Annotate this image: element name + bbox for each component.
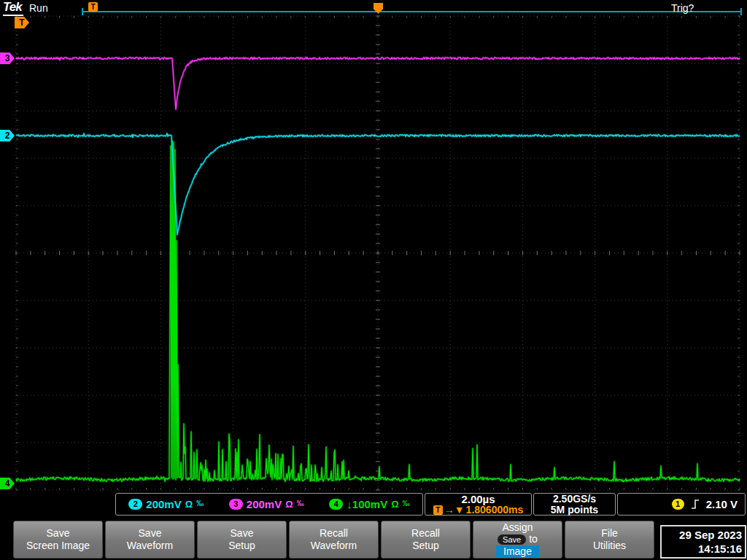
channel2-impedance: Ω — [185, 499, 193, 510]
waveform-display — [0, 0, 747, 560]
delay-arrow-icon: →▼ — [444, 505, 465, 516]
button-label: Setup — [228, 540, 255, 552]
trigger-level-value: 2.10 V — [706, 498, 738, 510]
button-label: Save — [231, 527, 254, 540]
button-label: File — [601, 527, 618, 540]
time-label: 14:15:16 — [698, 542, 742, 556]
button-label: Assign — [502, 521, 533, 534]
acquisition-status: Run — [29, 2, 48, 14]
channel3-scale: 200mV — [247, 498, 282, 510]
record-trigger-flag-icon: T — [88, 2, 98, 12]
timebase-scale: 2.00µs — [461, 494, 495, 505]
button-label: Utilities — [593, 540, 626, 552]
button-label: Save — [139, 527, 162, 540]
button-label: Recall — [320, 527, 348, 540]
save-setup-button[interactable]: Save Setup — [197, 521, 287, 559]
trigger-source-badge: 1 — [672, 499, 684, 510]
file-utilities-button[interactable]: File Utilities — [565, 521, 654, 559]
timebase-readout-box[interactable]: 2.00µs T →▼ 1.806000ms — [425, 493, 532, 516]
record-length: 5M points — [551, 505, 598, 516]
channel4-readout[interactable]: 4 ↓100mV Ω ‰ — [329, 498, 409, 510]
button-label: Waveform — [311, 540, 357, 552]
trigger-readout-box[interactable]: 1 2.10 V — [617, 493, 746, 516]
recall-waveform-button[interactable]: Recall Waveform — [289, 521, 379, 559]
channel2-bandwidth-icon: ‰ — [196, 499, 204, 508]
record-view-bar[interactable] — [82, 11, 742, 12]
assign-target-value: Image — [496, 545, 539, 558]
channel4-impedance: Ω — [391, 499, 398, 510]
record-start-bracket — [82, 8, 83, 15]
channel-readouts-box[interactable]: 2 200mV Ω ‰ 3 200mV Ω ‰ 4 ↓100mV Ω ‰ — [115, 493, 423, 516]
oscilloscope-screen: Tek Run T Trig? T 3 2 4 2 200mV Ω ‰ 3 20… — [0, 0, 747, 560]
save-key-badge: Save — [498, 534, 526, 545]
button-label: Waveform — [127, 540, 173, 552]
rising-edge-slope-icon — [691, 499, 700, 510]
button-label: Save — [47, 527, 70, 540]
record-end-bracket — [740, 8, 742, 15]
button-label: Recall — [411, 527, 440, 540]
button-label: Setup — [412, 540, 439, 552]
channel3-bandwidth-icon: ‰ — [297, 499, 304, 508]
top-status-bar: Tek Run T Trig? — [0, 0, 747, 16]
save-waveform-button[interactable]: Save Waveform — [105, 521, 195, 559]
channel3-impedance: Ω — [285, 499, 293, 510]
assign-save-to-image-button[interactable]: Assign Save to Image — [473, 521, 562, 559]
tek-logo: Tek — [3, 0, 23, 16]
channel2-scale: 200mV — [146, 498, 181, 510]
recall-setup-button[interactable]: Recall Setup — [381, 521, 471, 559]
channel3-readout[interactable]: 3 200mV Ω ‰ — [229, 498, 304, 510]
trigger-status-label: Trig? — [671, 2, 694, 14]
channel2-readout[interactable]: 2 200mV Ω ‰ — [128, 498, 204, 510]
channel3-badge: 3 — [229, 499, 243, 510]
button-label: Screen Image — [26, 540, 90, 552]
channel4-scale: ↓100mV — [347, 498, 387, 510]
date-label: 29 Sep 2023 — [679, 528, 742, 542]
trigger-t-badge-icon: T — [433, 505, 443, 515]
save-screen-image-button[interactable]: Save Screen Image — [13, 521, 103, 559]
channel4-bandwidth-icon: ‰ — [403, 499, 410, 508]
bottom-menu-bar: Save Screen Image Save Waveform Save Set… — [0, 519, 747, 560]
sample-rate: 2.50GS/s — [553, 494, 596, 505]
channel4-badge: 4 — [329, 499, 343, 510]
button-label: to — [529, 534, 538, 545]
trigger-delay-readout: T →▼ 1.806000ms — [433, 505, 524, 516]
datetime-display: 29 Sep 2023 14:15:16 — [660, 525, 746, 559]
delay-value: 1.806000ms — [466, 505, 524, 516]
readout-bar: 2 200mV Ω ‰ 3 200mV Ω ‰ 4 ↓100mV Ω ‰ 2.0… — [0, 493, 747, 518]
acquisition-readout-box[interactable]: 2.50GS/s 5M points — [533, 493, 616, 516]
channel2-badge: 2 — [128, 499, 142, 510]
